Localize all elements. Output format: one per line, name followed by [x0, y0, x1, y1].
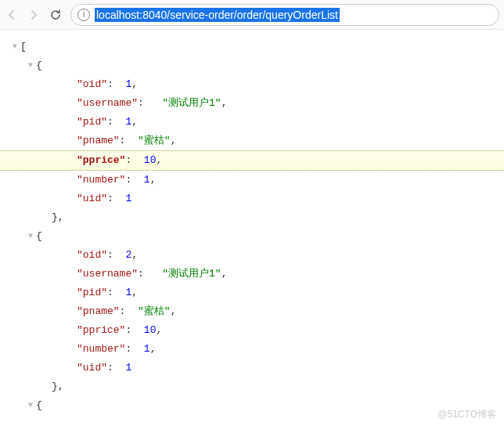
- json-property: "oid": 1,: [9, 75, 504, 94]
- url-text: localhost:8040/service-order/order/query…: [95, 8, 340, 22]
- chevron-down-icon[interactable]: ▼: [25, 227, 36, 246]
- json-property: "pname": "蜜桔",: [9, 132, 504, 150]
- back-icon[interactable]: [5, 8, 19, 22]
- chevron-down-icon[interactable]: ▼: [25, 396, 36, 415]
- array-open: [: [20, 38, 27, 56]
- json-property: "pid": 1,: [9, 113, 504, 132]
- json-property: "uid": 1: [9, 359, 504, 377]
- json-property: "username": "测试用户1",: [9, 94, 504, 113]
- reload-icon[interactable]: [49, 8, 63, 22]
- browser-toolbar: i localhost:8040/service-order/order/que…: [0, 0, 504, 30]
- json-property-highlighted: "pprice": 10,: [0, 150, 504, 171]
- object-open: {: [36, 56, 42, 75]
- address-bar[interactable]: i localhost:8040/service-order/order/que…: [70, 4, 499, 26]
- site-info-icon[interactable]: i: [77, 9, 90, 21]
- json-property: "number": 1,: [9, 340, 504, 359]
- object-close: },: [52, 208, 64, 227]
- json-property: "pprice": 10,: [9, 321, 504, 340]
- watermark: @51CTO博客: [437, 408, 496, 421]
- chevron-down-icon[interactable]: ▼: [25, 56, 36, 75]
- chevron-down-icon[interactable]: ▼: [9, 38, 20, 56]
- json-property: "username": "测试用户1",: [9, 265, 504, 283]
- json-property: "uid": 1: [9, 190, 504, 208]
- json-property: "oid": 2,: [9, 246, 504, 265]
- json-viewer: ▼ [ ▼ { "oid": 1, "username": "测试用户1", "…: [0, 30, 504, 415]
- object-open: {: [36, 227, 42, 246]
- object-open: {: [36, 396, 42, 415]
- json-property: "pid": 1,: [9, 283, 504, 302]
- json-property: "pname": "蜜桔",: [9, 302, 504, 321]
- object-close: },: [52, 377, 64, 396]
- forward-icon[interactable]: [27, 8, 41, 22]
- json-property: "number": 1,: [9, 171, 504, 190]
